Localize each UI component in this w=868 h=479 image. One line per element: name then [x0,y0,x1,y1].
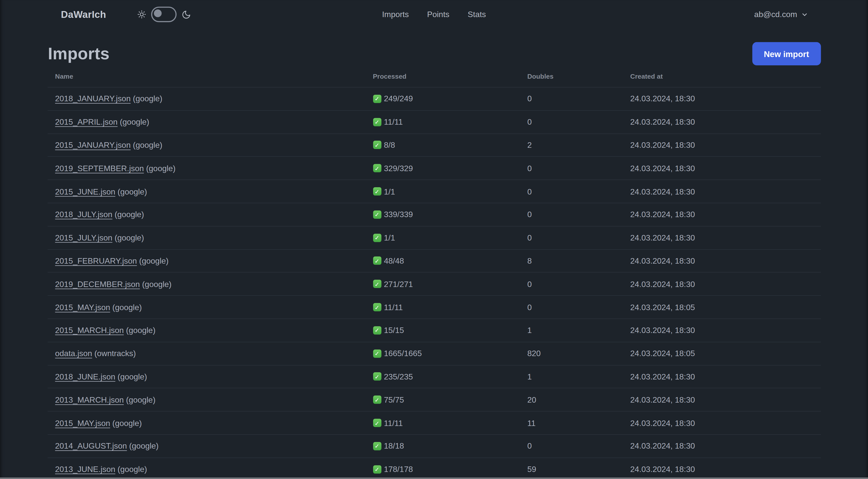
processed-count: 48/48 [384,256,404,265]
import-source: (owntracks) [92,349,136,358]
import-source: (google) [137,256,168,265]
import-file-link[interactable]: 2018_JULY.json [55,210,112,219]
processed-count: 18/18 [384,442,404,450]
import-source: (google) [144,164,176,173]
name-cell: 2015_JANUARY.json (google) [55,141,373,150]
created-at: 24.03.2024, 18:30 [630,233,820,242]
processed-cell: ✓ 339/339 [373,210,527,219]
processed-count: 15/15 [384,326,404,335]
import-file-link[interactable]: 2015_MAY.json [55,303,110,311]
import-file-link[interactable]: 2013_MARCH.json [55,395,124,404]
created-at: 24.03.2024, 18:05 [630,349,820,358]
table-header-row: Name Processed Doubles Created at [47,65,820,87]
import-file-link[interactable]: 2015_JUNE.json [55,187,115,196]
check-icon: ✓ [373,465,381,474]
import-file-link[interactable]: 2015_MAY.json [55,418,110,427]
table-row: 2018_JULY.json (google) ✓ 339/339 0 24.0… [47,203,820,226]
import-file-link[interactable]: 2015_MARCH.json [55,326,124,335]
processed-cell: ✓ 1/1 [373,233,527,242]
import-source: (google) [110,418,142,427]
import-file-link[interactable]: 2015_JULY.json [55,233,112,242]
processed-cell: ✓ 15/15 [373,326,527,335]
import-file-link[interactable]: odata.json [55,349,92,358]
doubles-count: 0 [527,164,630,173]
name-cell: 2015_JUNE.json (google) [55,187,373,196]
import-source: (google) [127,442,158,450]
table-row: 2015_FEBRUARY.json (google) ✓ 48/48 8 24… [47,249,820,272]
check-icon: ✓ [373,326,381,334]
import-file-link[interactable]: 2018_JUNE.json [55,372,115,381]
import-file-link[interactable]: 2015_FEBRUARY.json [55,256,137,265]
name-cell: 2018_JULY.json (google) [55,210,373,219]
created-at: 24.03.2024, 18:30 [630,465,820,474]
created-at: 24.03.2024, 18:30 [630,442,820,450]
processed-cell: ✓ 271/271 [373,280,527,289]
created-at: 24.03.2024, 18:30 [630,326,820,335]
import-file-link[interactable]: 2019_SEPTEMBER.json [55,164,144,173]
name-cell: 2013_MARCH.json (google) [55,395,373,404]
check-icon: ✓ [373,95,381,103]
check-icon: ✓ [373,141,381,149]
created-at: 24.03.2024, 18:30 [630,210,820,219]
processed-count: 178/178 [384,465,413,474]
processed-count: 1/1 [384,233,395,242]
table-body: 2018_JANUARY.json (google) ✓ 249/249 0 2… [47,87,820,479]
table-row: 2015_JULY.json (google) ✓ 1/1 0 24.03.20… [47,226,820,249]
import-file-link[interactable]: 2013_JUNE.json [55,465,115,474]
doubles-count: 0 [527,303,630,311]
import-source: (google) [131,94,162,103]
doubles-count: 0 [527,210,630,219]
check-icon: ✓ [373,395,381,404]
name-cell: 2014_AUGUST.json (google) [55,442,373,450]
check-icon: ✓ [373,442,381,450]
new-import-button[interactable]: New import [752,42,821,66]
navbar: DaWarIch Imports Points [0,0,868,29]
doubles-count: 820 [527,349,630,358]
nav-link-imports[interactable]: Imports [382,10,409,19]
account-menu-button[interactable]: ab@cd.com [754,10,808,19]
doubles-count: 0 [527,442,630,450]
import-source: (google) [118,118,149,126]
processed-cell: ✓ 1/1 [373,187,527,196]
import-file-link[interactable]: 2015_APRIL.json [55,118,118,126]
name-cell: 2015_JULY.json (google) [55,233,373,242]
doubles-count: 1 [527,326,630,335]
created-at: 24.03.2024, 18:30 [630,94,820,103]
processed-count: 271/271 [384,280,413,289]
theme-toggle-knob [154,9,161,17]
table-row: 2015_APRIL.json (google) ✓ 11/11 0 24.03… [47,110,820,133]
table-row: 2015_MAY.json (google) ✓ 11/11 11 24.03.… [47,411,820,434]
check-icon: ✓ [373,303,381,311]
column-header-processed: Processed [373,72,527,80]
processed-cell: ✓ 235/235 [373,372,527,381]
import-source: (google) [140,280,172,289]
imports-table: Name Processed Doubles Created at 2018_J… [47,65,820,479]
theme-toggle-group [137,6,191,22]
check-icon: ✓ [373,210,381,219]
theme-toggle[interactable] [151,6,176,22]
doubles-count: 11 [527,418,630,427]
created-at: 24.03.2024, 18:30 [630,187,820,196]
app-window: DaWarIch Imports Points [0,0,868,479]
processed-cell: ✓ 8/8 [373,141,527,150]
processed-count: 1/1 [384,187,395,196]
created-at: 24.03.2024, 18:30 [630,395,820,404]
check-icon: ✓ [373,164,381,172]
import-file-link[interactable]: 2015_JANUARY.json [55,141,131,150]
import-file-link[interactable]: 2014_AUGUST.json [55,442,127,450]
brand-logo[interactable]: DaWarIch [61,8,106,20]
doubles-count: 0 [527,118,630,126]
nav-link-stats[interactable]: Stats [468,10,486,19]
processed-count: 11/11 [384,118,403,126]
account-email: ab@cd.com [754,10,797,19]
processed-count: 235/235 [384,372,413,381]
doubles-count: 20 [527,395,630,404]
name-cell: 2013_JUNE.json (google) [55,465,373,474]
import-file-link[interactable]: 2019_DECEMBER.json [55,280,140,289]
created-at: 24.03.2024, 18:30 [630,141,820,150]
nav-link-points[interactable]: Points [427,10,449,19]
check-icon: ✓ [373,419,381,427]
import-file-link[interactable]: 2018_JANUARY.json [55,94,131,103]
main-content: Imports New import Name Processed Double… [47,42,820,479]
check-icon: ✓ [373,118,381,126]
